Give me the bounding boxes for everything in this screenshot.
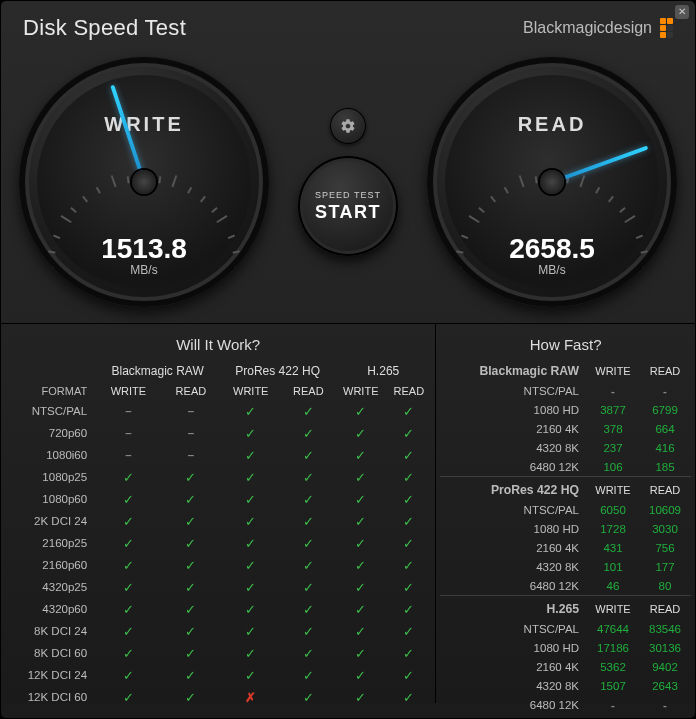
result-cell: ✓ bbox=[162, 598, 220, 620]
brand-text: Blackmagicdesign bbox=[523, 19, 652, 37]
table-row: 2160 4K378664 bbox=[440, 419, 691, 438]
codec-section-header: ProRes 422 HQ bbox=[440, 477, 587, 501]
result-cell: ✓ bbox=[162, 664, 220, 686]
write-fps: - bbox=[587, 381, 639, 400]
result-cell: ✓ bbox=[220, 444, 281, 466]
codec-header: ProRes 422 HQ bbox=[220, 361, 335, 382]
result-cell: ✓ bbox=[335, 400, 386, 422]
table-row: 4320 8K101177 bbox=[440, 557, 691, 576]
table-row: 1080p25✓✓✓✓✓✓ bbox=[5, 466, 431, 488]
write-fps: 378 bbox=[587, 419, 639, 438]
how-fast-table: Blackmagic RAWWRITEREADNTSC/PAL--1080 HD… bbox=[440, 361, 691, 714]
check-icon: ✓ bbox=[185, 668, 196, 683]
result-cell: ✓ bbox=[281, 466, 335, 488]
write-fps: 237 bbox=[587, 438, 639, 457]
write-fps: 47644 bbox=[587, 619, 639, 638]
result-cell: ✓ bbox=[220, 576, 281, 598]
check-icon: ✓ bbox=[403, 448, 414, 463]
check-icon: ✓ bbox=[245, 404, 256, 419]
read-readout: 2658.5 MB/s bbox=[427, 233, 677, 277]
result-cell: – bbox=[162, 400, 220, 422]
resolution-label: 4320 8K bbox=[440, 557, 587, 576]
read-gauge-label: READ bbox=[427, 113, 677, 136]
format-label: 12K DCI 60 bbox=[5, 686, 95, 708]
result-cell: ✓ bbox=[386, 598, 431, 620]
check-icon: ✓ bbox=[245, 514, 256, 529]
check-icon: ✓ bbox=[123, 492, 134, 507]
check-icon: ✓ bbox=[403, 426, 414, 441]
settings-button[interactable] bbox=[330, 108, 366, 144]
result-cell: ✓ bbox=[281, 620, 335, 642]
result-cell: ✓ bbox=[281, 400, 335, 422]
read-fps: 83546 bbox=[639, 619, 691, 638]
result-cell: ✓ bbox=[386, 664, 431, 686]
resolution-label: NTSC/PAL bbox=[440, 619, 587, 638]
how-fast-panel: How Fast? Blackmagic RAWWRITEREADNTSC/PA… bbox=[436, 324, 695, 703]
check-icon: ✓ bbox=[403, 492, 414, 507]
check-icon: ✓ bbox=[123, 624, 134, 639]
check-icon: ✓ bbox=[303, 404, 314, 419]
sub-header: READ bbox=[281, 382, 335, 400]
result-cell: – bbox=[95, 422, 162, 444]
check-icon: ✓ bbox=[245, 470, 256, 485]
resolution-label: NTSC/PAL bbox=[440, 500, 587, 519]
format-label: 1080p60 bbox=[5, 488, 95, 510]
read-fps: - bbox=[639, 381, 691, 400]
result-cell: ✓ bbox=[281, 664, 335, 686]
app-title: Disk Speed Test bbox=[23, 15, 186, 41]
check-icon: ✓ bbox=[355, 624, 366, 639]
result-cell: ✓ bbox=[281, 642, 335, 664]
sub-header: WRITE bbox=[220, 382, 281, 400]
check-icon: ✓ bbox=[245, 448, 256, 463]
read-fps: 185 bbox=[639, 457, 691, 477]
format-label: 8K DCI 24 bbox=[5, 620, 95, 642]
result-cell: ✓ bbox=[220, 554, 281, 576]
gauge-area: WRITE 1513.8 MB/s SPEED TEST START bbox=[1, 49, 695, 323]
result-cell: ✓ bbox=[335, 642, 386, 664]
sub-header: WRITE bbox=[335, 382, 386, 400]
result-cell: ✓ bbox=[386, 400, 431, 422]
check-icon: ✓ bbox=[403, 558, 414, 573]
resolution-label: 6480 12K bbox=[440, 695, 587, 714]
read-fps: 664 bbox=[639, 419, 691, 438]
read-value: 2658.5 bbox=[427, 233, 677, 265]
start-button[interactable]: SPEED TEST START bbox=[298, 156, 398, 256]
x-icon: ✗ bbox=[245, 690, 256, 705]
write-fps: - bbox=[587, 695, 639, 714]
close-icon[interactable]: ✕ bbox=[675, 5, 689, 19]
result-cell: ✓ bbox=[281, 598, 335, 620]
start-label: START bbox=[315, 202, 381, 223]
result-cell: ✓ bbox=[335, 554, 386, 576]
check-icon: ✓ bbox=[185, 558, 196, 573]
write-fps: 101 bbox=[587, 557, 639, 576]
result-cell: ✓ bbox=[281, 686, 335, 708]
codec-header: H.265 bbox=[335, 361, 431, 382]
check-icon: ✓ bbox=[303, 558, 314, 573]
read-fps: - bbox=[639, 695, 691, 714]
result-cell: ✓ bbox=[335, 444, 386, 466]
write-gauge-label: WRITE bbox=[19, 113, 269, 136]
result-cell: ✓ bbox=[95, 686, 162, 708]
result-cell: ✓ bbox=[386, 686, 431, 708]
result-cell: ✓ bbox=[335, 488, 386, 510]
result-cell: ✓ bbox=[162, 466, 220, 488]
titlebar: Disk Speed Test Blackmagicdesign bbox=[1, 1, 695, 49]
dash-icon: – bbox=[188, 427, 194, 439]
how-fast-heading: How Fast? bbox=[440, 332, 691, 361]
result-cell: ✓ bbox=[281, 488, 335, 510]
format-label: 720p60 bbox=[5, 422, 95, 444]
result-cell: ✓ bbox=[220, 422, 281, 444]
result-cell: ✓ bbox=[95, 488, 162, 510]
check-icon: ✓ bbox=[185, 580, 196, 595]
result-cell: ✓ bbox=[386, 642, 431, 664]
read-fps: 416 bbox=[639, 438, 691, 457]
sub-header: WRITE bbox=[587, 477, 639, 501]
sub-header: READ bbox=[639, 596, 691, 620]
read-gauge: READ 2658.5 MB/s bbox=[427, 57, 677, 307]
result-cell: ✓ bbox=[162, 510, 220, 532]
result-cell: ✓ bbox=[281, 422, 335, 444]
table-row: 1080 HD38776799 bbox=[440, 400, 691, 419]
check-icon: ✓ bbox=[123, 514, 134, 529]
check-icon: ✓ bbox=[303, 426, 314, 441]
window: ✕ Disk Speed Test Blackmagicdesign WRITE… bbox=[0, 0, 696, 719]
